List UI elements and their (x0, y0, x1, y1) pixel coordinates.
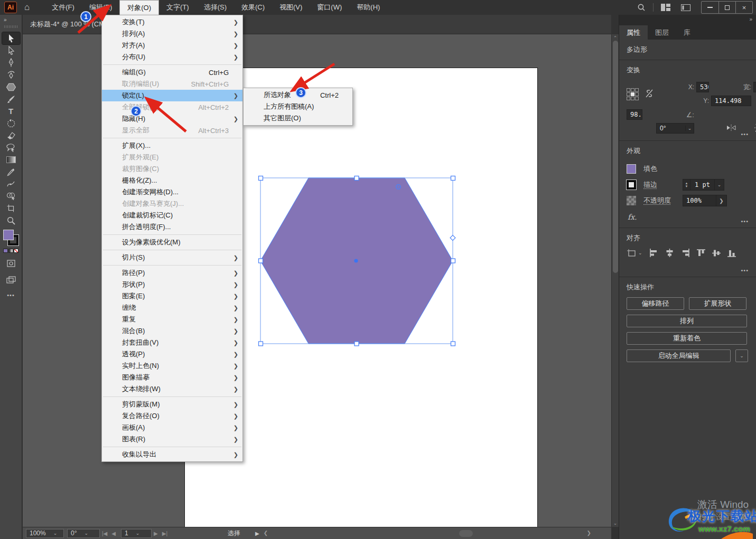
menu-item[interactable]: 图案(E)❯ (102, 290, 242, 302)
align-more-options[interactable]: ••• (741, 267, 749, 273)
menubar-item[interactable]: 窗口(W) (310, 0, 349, 15)
menubar-item[interactable]: 帮助(H) (349, 0, 387, 15)
flip-vertical-icon[interactable] (753, 124, 756, 134)
direct-selection-tool[interactable] (2, 44, 20, 56)
quick-action-button[interactable]: 重新着色 (627, 332, 747, 345)
opacity-checker-icon[interactable] (627, 196, 636, 205)
eraser-tool[interactable] (2, 129, 20, 141)
transform-more-options[interactable]: ••• (741, 131, 749, 137)
menu-item[interactable]: 剪切蒙版(M)❯ (102, 399, 242, 410)
quick-action-button[interactable]: 偏移路径 (627, 297, 684, 310)
stroke-stepper-icon[interactable]: ▲▼ (683, 179, 690, 190)
vertical-align-bottom-icon[interactable] (727, 249, 736, 258)
menu-item[interactable]: 锁定(L)❯ (102, 90, 242, 101)
menu-item[interactable]: 切片(S)❯ (102, 252, 242, 263)
width-field[interactable]: 113.973 (753, 82, 756, 92)
menu-item[interactable]: 拼合透明度(F)... (102, 221, 242, 233)
menu-item[interactable]: 变换(T)❯ (102, 16, 242, 28)
type-tool[interactable]: T (2, 105, 20, 117)
menu-item[interactable]: 收集以导出❯ (102, 449, 242, 460)
horizontal-align-center-icon[interactable] (665, 249, 674, 257)
reference-point-selector[interactable] (627, 88, 639, 100)
menubar-item[interactable]: 视图(V) (272, 0, 310, 15)
menu-item[interactable]: 混合(B)❯ (102, 325, 242, 337)
menu-item[interactable]: 扩展(X)... (102, 140, 242, 152)
toolbar-grip[interactable] (4, 25, 18, 28)
vertical-align-center-icon[interactable] (712, 249, 721, 258)
align-to-selection-icon[interactable]: ⌄ (627, 248, 642, 258)
width-tool[interactable] (2, 178, 20, 190)
panel-collapse-icon[interactable]: » (619, 15, 756, 25)
next-artboard-icon[interactable]: ▶ (154, 531, 158, 536)
center-point[interactable] (354, 259, 358, 262)
rotation-angle-select[interactable]: 0°⌄ (656, 123, 694, 134)
last-artboard-icon[interactable]: ▶| (162, 531, 167, 536)
stroke-label-link[interactable]: 描边 (643, 180, 683, 190)
color-mode-fill[interactable] (3, 249, 8, 253)
menu-item[interactable]: 分布(U)❯ (102, 51, 242, 63)
selection-tool[interactable] (2, 32, 20, 44)
horizontal-scroll-thumb[interactable] (459, 530, 473, 537)
stroke-weight-value[interactable]: 1 pt (690, 179, 714, 190)
menu-item[interactable]: 画板(A)❯ (102, 422, 242, 433)
menu-item[interactable]: 路径(P)❯ (102, 267, 242, 279)
rotate-tool[interactable] (2, 117, 20, 129)
y-field[interactable]: 114.498 (711, 96, 751, 106)
draw-mode-icon[interactable] (2, 257, 20, 269)
menubar-item[interactable]: 文件(F) (44, 0, 82, 15)
menubar-item[interactable]: 对象(O) (119, 0, 159, 15)
menu-item[interactable]: 排列(A)❯ (102, 28, 242, 40)
zoom-level-select[interactable]: 100%⌄ (26, 529, 64, 538)
menu-item[interactable]: 创建渐变网格(D)... (102, 186, 242, 198)
screen-mode-icon[interactable] (2, 273, 20, 286)
menu-item[interactable]: 缠绕❯ (102, 302, 242, 314)
panel-tab-属性[interactable]: 属性 (619, 25, 648, 40)
horizontal-align-left-icon[interactable] (649, 249, 658, 257)
fill-stroke-control[interactable] (2, 230, 20, 248)
opacity-flyout-icon[interactable]: ❯ (716, 195, 727, 206)
color-mode-none[interactable] (14, 249, 18, 253)
side-widget[interactable] (450, 235, 455, 241)
quick-action-button[interactable]: 启动全局编辑 (627, 349, 731, 362)
opacity-label-link[interactable]: 不透明度 (643, 196, 683, 205)
menu-item[interactable]: 重复❯ (102, 314, 242, 325)
menu-item[interactable]: 创建裁切标记(C) (102, 210, 242, 221)
pen-tool[interactable] (2, 56, 20, 69)
stroke-color-well[interactable] (627, 180, 636, 190)
x-field[interactable]: 536.026 (696, 82, 709, 92)
opacity-field[interactable]: 100% (683, 195, 716, 206)
menu-item[interactable]: 设为像素级优化(M) (102, 237, 242, 248)
status-flyout-icon[interactable]: ▶ (255, 531, 259, 536)
menu-item[interactable]: 隐藏(H)❯ (102, 113, 242, 125)
stroke-weight-dropdown-icon[interactable]: ⌄ (714, 179, 724, 190)
minimize-button[interactable] (702, 2, 718, 13)
eyedropper-tool[interactable] (2, 166, 20, 178)
polygon-tool[interactable] (2, 81, 20, 93)
fill-color-swatch[interactable] (3, 230, 14, 240)
quick-action-button[interactable]: 排列 (627, 315, 747, 327)
scroll-down-icon[interactable]: ⌄ (612, 519, 619, 527)
menu-item[interactable]: 对齐(A)❯ (102, 40, 242, 51)
document-tab[interactable]: 未标题-4* @ 100 % (CM (23, 20, 105, 29)
menu-item[interactable]: 编组(G)Ctrl+G (102, 67, 242, 78)
fill-color-well[interactable] (627, 164, 636, 174)
artboard-number-select[interactable]: 1⌄ (121, 529, 152, 538)
effects-fx-button[interactable]: fx. (628, 213, 749, 221)
scroll-right-icon[interactable]: ❯ (587, 530, 591, 536)
menu-item[interactable]: 图像描摹❯ (102, 372, 242, 383)
menu-item[interactable]: 其它图层(O) (244, 112, 352, 124)
stroke-weight-control[interactable]: ▲▼ 1 pt ⌄ (683, 179, 724, 191)
menu-item[interactable]: 复合路径(O)❯ (102, 410, 242, 422)
menu-item[interactable]: 栅格化(Z)... (102, 175, 242, 186)
color-mode-gradient[interactable] (8, 249, 13, 253)
rotation-select[interactable]: 0°⌄ (67, 529, 100, 538)
scroll-left-icon[interactable]: ❮ (264, 530, 268, 536)
menu-item[interactable]: 文本绕排(W)❯ (102, 383, 242, 395)
menu-item[interactable]: 封套扭曲(V)❯ (102, 337, 242, 348)
panel-tab-图层[interactable]: 图层 (648, 25, 676, 40)
first-artboard-icon[interactable]: |◀ (102, 531, 107, 536)
menu-item[interactable]: 形状(P)❯ (102, 279, 242, 290)
panel-tab-库[interactable]: 库 (676, 25, 698, 40)
vertical-scroll-thumb[interactable] (613, 41, 618, 273)
gradient-tool[interactable] (2, 154, 20, 166)
